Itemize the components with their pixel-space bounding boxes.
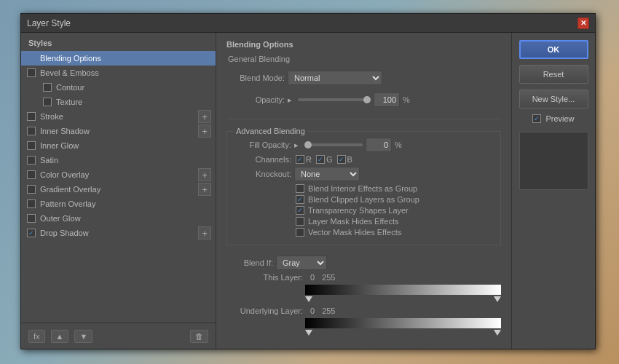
this-layer-label: This Layer: <box>226 273 303 282</box>
opacity-slider[interactable] <box>298 98 371 101</box>
inner-glow-checkbox[interactable] <box>27 141 36 150</box>
gradient-overlay-plus-button[interactable]: + <box>198 183 211 196</box>
bevel-emboss-checkbox[interactable] <box>27 68 36 77</box>
transparency-label: Transparency Shapes Layer <box>308 206 409 215</box>
knockout-select[interactable]: None Shallow Deep <box>294 167 360 181</box>
underlying-layer-label: Underlying Layer: <box>226 306 303 315</box>
color-overlay-plus-button[interactable]: + <box>198 168 211 181</box>
color-overlay-checkbox[interactable] <box>27 170 36 179</box>
reset-button[interactable]: Reset <box>519 65 588 84</box>
channel-r-checkbox[interactable] <box>296 155 304 164</box>
layer-mask-checkbox[interactable] <box>296 217 304 226</box>
move-down-button[interactable]: ▼ <box>74 330 92 343</box>
this-layer-slider-container <box>226 285 501 302</box>
sidebar-item-satin[interactable]: Satin <box>21 153 216 167</box>
this-layer-min: 0 <box>310 273 315 282</box>
satin-label: Satin <box>40 156 58 165</box>
blend-interior-checkbox[interactable] <box>296 184 304 193</box>
pattern-overlay-label: Pattern Overlay <box>40 199 95 208</box>
new-style-button[interactable]: New Style... <box>519 90 588 108</box>
styles-header: Styles <box>21 33 216 51</box>
sidebar-item-inner-shadow[interactable]: Inner Shadow+ <box>21 124 216 138</box>
main-section-title: Blending Options <box>226 40 501 49</box>
vector-mask-checkbox[interactable] <box>296 228 304 237</box>
knockout-label: Knockout: <box>233 170 291 178</box>
contour-label: Contour <box>56 83 84 92</box>
stroke-plus-button[interactable]: + <box>198 110 211 123</box>
inner-shadow-plus-button[interactable]: + <box>198 124 211 138</box>
left-footer: fx ▲ ▼ 🗑 <box>21 323 216 349</box>
inner-glow-label: Inner Glow <box>40 141 79 150</box>
underlying-layer-min: 0 <box>310 306 315 315</box>
fill-opacity-slider[interactable] <box>304 143 363 146</box>
sidebar-item-color-overlay[interactable]: Color Overlay+ <box>21 167 216 182</box>
left-panel: Styles Blending OptionsBevel & EmbossCon… <box>21 33 216 349</box>
color-overlay-label: Color Overlay <box>40 170 89 179</box>
contour-checkbox[interactable] <box>43 83 52 92</box>
close-button[interactable]: ✕ <box>577 17 589 29</box>
underlying-layer-gradient <box>305 318 501 328</box>
this-layer-row: This Layer: 0 255 <box>226 273 501 282</box>
knockout-row: Knockout: None Shallow Deep <box>233 167 494 181</box>
sidebar-item-texture[interactable]: Texture <box>21 95 216 109</box>
blend-if-select[interactable]: Gray Red Green Blue <box>276 256 327 270</box>
blend-clipped-checkbox[interactable] <box>296 195 304 204</box>
sidebar-item-bevel-emboss[interactable]: Bevel & Emboss <box>21 66 216 80</box>
right-panel: OK Reset New Style... Preview <box>511 33 595 349</box>
sidebar-item-blending-options[interactable]: Blending Options <box>21 51 216 66</box>
preview-checkbox[interactable] <box>532 114 541 123</box>
satin-checkbox[interactable] <box>27 156 36 165</box>
drop-shadow-label: Drop Shadow <box>40 229 89 237</box>
inner-shadow-checkbox[interactable] <box>27 127 36 135</box>
this-layer-right-handle[interactable] <box>494 296 501 302</box>
stroke-label: Stroke <box>40 112 63 121</box>
styles-list: Blending OptionsBevel & EmbossContourTex… <box>21 51 216 323</box>
transparency-row: Transparency Shapes Layer <box>296 206 494 215</box>
underlying-layer-left-handle[interactable] <box>305 330 312 336</box>
channel-g-check[interactable]: G <box>316 155 333 164</box>
move-up-button[interactable]: ▲ <box>51 330 69 343</box>
channel-b-check[interactable]: B <box>337 155 352 164</box>
sidebar-item-inner-glow[interactable]: Inner Glow <box>21 138 216 153</box>
blend-clipped-label: Blend Clipped Layers as Group <box>308 195 419 204</box>
delete-button[interactable]: 🗑 <box>190 330 208 343</box>
blend-mode-select[interactable]: Normal Dissolve Multiply Screen Overlay <box>288 71 382 85</box>
texture-label: Texture <box>56 98 82 106</box>
blend-if-label: Blend If: <box>226 258 273 267</box>
blending-options-label: Blending Options <box>40 54 101 63</box>
sidebar-item-outer-glow[interactable]: Outer Glow <box>21 211 216 226</box>
inner-shadow-label: Inner Shadow <box>40 127 90 135</box>
opacity-label: Opacity: <box>226 95 285 104</box>
outer-glow-checkbox[interactable] <box>27 214 36 223</box>
channel-g-checkbox[interactable] <box>316 155 325 164</box>
stroke-checkbox[interactable] <box>27 112 36 121</box>
this-layer-left-handle[interactable] <box>305 296 312 302</box>
channel-r-label: R <box>306 155 312 164</box>
channel-b-checkbox[interactable] <box>337 155 346 164</box>
this-layer-gradient <box>305 285 501 295</box>
blend-clipped-row: Blend Clipped Layers as Group <box>296 195 494 204</box>
gradient-overlay-checkbox[interactable] <box>27 185 36 194</box>
opacity-pct-label: % <box>403 95 410 104</box>
ok-button[interactable]: OK <box>519 40 588 59</box>
texture-checkbox[interactable] <box>43 98 52 106</box>
layer-style-dialog: Layer Style ✕ Styles Blending OptionsBev… <box>20 13 596 349</box>
fx-button[interactable]: fx <box>28 330 45 343</box>
preview-label: Preview <box>545 114 574 123</box>
drop-shadow-plus-button[interactable]: + <box>198 226 211 240</box>
fill-opacity-input[interactable] <box>366 138 392 152</box>
sidebar-item-contour[interactable]: Contour <box>21 80 216 95</box>
channel-r-check[interactable]: R <box>296 155 312 164</box>
sidebar-item-stroke[interactable]: Stroke+ <box>21 109 216 124</box>
blend-mode-row: Blend Mode: Normal Dissolve Multiply Scr… <box>226 71 501 85</box>
sidebar-item-drop-shadow[interactable]: ✓Drop Shadow+ <box>21 226 216 240</box>
opacity-input[interactable] <box>374 92 400 107</box>
outer-glow-label: Outer Glow <box>40 214 81 223</box>
underlying-layer-right-handle[interactable] <box>494 330 501 336</box>
sidebar-item-pattern-overlay[interactable]: Pattern Overlay <box>21 197 216 211</box>
drop-shadow-checkbox[interactable]: ✓ <box>27 229 36 237</box>
advanced-checks: Blend Interior Effects as Group Blend Cl… <box>233 184 494 237</box>
sidebar-item-gradient-overlay[interactable]: Gradient Overlay+ <box>21 182 216 197</box>
pattern-overlay-checkbox[interactable] <box>27 199 36 208</box>
transparency-checkbox[interactable] <box>296 206 304 215</box>
